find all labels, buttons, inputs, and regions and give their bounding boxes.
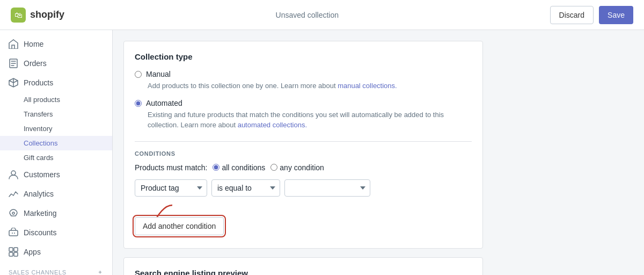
any-condition-label[interactable]: any condition [270, 163, 324, 172]
marketing-icon [9, 208, 18, 218]
sidebar-subitem-inventory[interactable]: Inventory [0, 121, 112, 136]
manual-desc-text: Add products to this collection one by o… [148, 82, 338, 90]
sidebar-item-orders-label: Orders [24, 59, 47, 68]
apps-icon [9, 247, 18, 257]
all-conditions-text: all conditions [222, 163, 265, 172]
sidebar-subitem-collections[interactable]: Collections [0, 136, 112, 150]
svg-rect-4 [9, 230, 18, 236]
condition-field-select[interactable]: Product tag Product title Product type P… [135, 179, 207, 197]
add-condition-container: Add another condition [135, 203, 472, 235]
collection-type-card: Collection type Manual Add products to t… [123, 41, 483, 249]
manual-radio-label[interactable]: Manual [135, 70, 472, 78]
sidebar-item-orders[interactable]: Orders [0, 54, 112, 73]
analytics-icon [9, 189, 18, 199]
discard-button[interactable]: Discard [550, 6, 594, 24]
customers-icon [9, 170, 18, 179]
manual-collections-link[interactable]: manual collections. [338, 82, 397, 90]
products-icon [9, 78, 18, 88]
brand-name: shopify [30, 9, 64, 20]
main-content: Collection type Manual Add products to t… [113, 30, 494, 275]
sidebar-item-discounts-label: Discounts [24, 228, 56, 237]
any-condition-text: any condition [280, 163, 324, 172]
conditions-section: CONDITIONS Products must match: all cond… [135, 141, 472, 235]
sidebar-item-home-label: Home [24, 40, 43, 48]
sidebar-subitem-gift-cards[interactable]: Gift cards [0, 150, 112, 165]
automated-radio-label[interactable]: Automated [135, 99, 472, 107]
home-icon [9, 39, 18, 49]
sales-channels-section: SALES CHANNELS ＋ [0, 262, 112, 275]
conditions-match-row: Products must match: all conditions any … [135, 163, 472, 172]
sidebar-item-apps-label: Apps [24, 248, 41, 256]
top-header: 🛍 shopify Unsaved collection Discard Sav… [0, 0, 644, 30]
sidebar-item-customers-label: Customers [24, 170, 60, 179]
sidebar-subitem-all-products[interactable]: All products [0, 92, 112, 107]
automated-description: Existing and future products that match … [148, 110, 472, 131]
automated-collections-link[interactable]: automated collections. [238, 121, 307, 129]
page-title: Unsaved collection [276, 11, 339, 19]
automated-radio-group: Automated Existing and future products t… [135, 99, 472, 131]
sidebar-item-home[interactable]: Home [0, 34, 112, 54]
save-button[interactable]: Save [599, 6, 633, 24]
sidebar-item-analytics-label: Analytics [24, 190, 54, 198]
logo: 🛍 shopify [11, 8, 64, 23]
svg-rect-10 [14, 252, 18, 256]
svg-rect-9 [9, 252, 13, 256]
automated-radio[interactable] [135, 100, 142, 107]
sidebar-item-marketing-label: Marketing [24, 209, 56, 218]
sidebar-item-customers[interactable]: Customers [0, 165, 112, 184]
svg-point-5 [12, 233, 13, 234]
manual-description: Add products to this collection one by o… [148, 81, 472, 91]
conditions-heading: CONDITIONS [135, 150, 472, 157]
sidebar-item-analytics[interactable]: Analytics [0, 184, 112, 204]
sidebar-item-marketing[interactable]: Marketing [0, 204, 112, 223]
svg-point-2 [11, 171, 16, 175]
any-condition-radio[interactable] [270, 164, 277, 171]
svg-point-6 [14, 233, 15, 234]
sidebar: Home Orders Products All products Transf… [0, 30, 113, 275]
condition-row: Product tag Product title Product type P… [135, 179, 472, 197]
sidebar-item-discounts[interactable]: Discounts [0, 223, 112, 242]
svg-rect-8 [14, 248, 18, 251]
sidebar-item-products-label: Products [24, 78, 53, 87]
condition-value-select[interactable] [284, 179, 370, 197]
products-must-match-text: Products must match: [135, 163, 207, 172]
collection-type-title: Collection type [135, 52, 472, 61]
header-actions: Discard Save [550, 6, 633, 24]
automated-title: Automated [146, 99, 182, 107]
sidebar-item-apps[interactable]: Apps [0, 242, 112, 262]
seo-card-title: Search engine listing preview [135, 269, 472, 276]
manual-radio[interactable] [135, 71, 142, 78]
manual-radio-group: Manual Add products to this collection o… [135, 70, 472, 91]
svg-rect-7 [9, 248, 13, 251]
right-panel [494, 30, 644, 275]
sidebar-item-products[interactable]: Products [0, 73, 112, 92]
add-sales-channel-icon[interactable]: ＋ [97, 268, 104, 275]
manual-title: Manual [146, 70, 171, 78]
discounts-icon [9, 228, 18, 237]
orders-icon [9, 59, 18, 68]
sidebar-subitem-transfers[interactable]: Transfers [0, 107, 112, 121]
condition-operator-select[interactable]: is equal to is not equal to starts with … [211, 179, 280, 197]
svg-point-3 [12, 212, 14, 214]
seo-card: Search engine listing preview Summer col… [123, 257, 483, 276]
sales-channels-label: SALES CHANNELS [9, 269, 67, 276]
all-conditions-radio[interactable] [213, 164, 219, 171]
shopify-bag-icon: 🛍 [11, 8, 26, 23]
all-conditions-label[interactable]: all conditions [213, 163, 265, 172]
add-condition-button[interactable]: Add another condition [135, 217, 224, 235]
